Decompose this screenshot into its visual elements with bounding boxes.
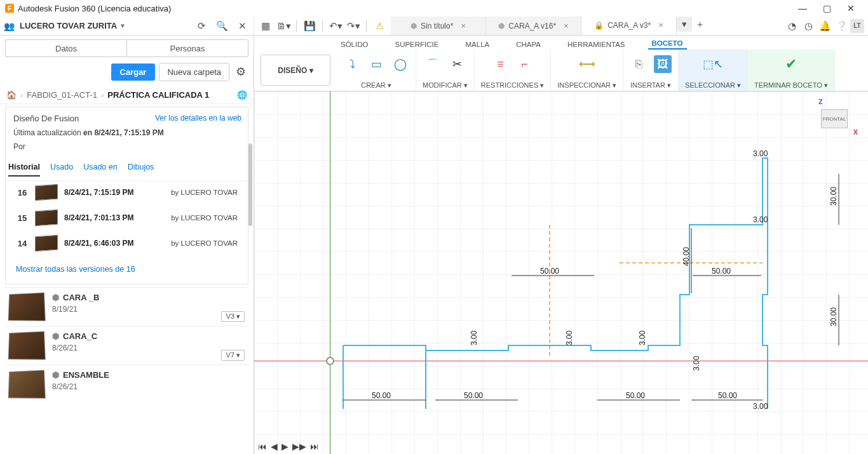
top-toolbar: 👥 LUCERO TOVAR ZURITA ▼ ⟳ 🔍 ✕ ▦ 🗎▾ 💾 ↶▾ …	[0, 17, 868, 36]
refresh-icon[interactable]: ⟳	[194, 18, 209, 34]
app-logo: F	[5, 4, 14, 13]
line-icon[interactable]: ⤵	[343, 55, 361, 73]
component-icon: ⬢	[52, 370, 59, 380]
measure-icon[interactable]: ⟷	[578, 55, 596, 73]
history-item[interactable]: 15 8/24/21, 7:01:13 PMby LUCERO TOVAR	[13, 205, 240, 230]
image-icon[interactable]: 🖼	[654, 55, 672, 73]
nav-play-icon[interactable]: ▶	[281, 441, 288, 451]
last-update: Última actualización en 8/24/21, 7:15:19…	[13, 128, 240, 137]
upload-button[interactable]: Cargar	[111, 63, 156, 81]
group-insert: ⎘ 🖼 INSERTAR ▾	[623, 50, 679, 91]
file-item-ensamble[interactable]: ⬢ENSAMBLE 8/26/21	[5, 364, 248, 403]
window-minimize[interactable]: —	[790, 0, 815, 17]
tab-used-in[interactable]: Usado en	[83, 163, 118, 177]
close-icon[interactable]: ×	[658, 20, 663, 30]
trim-icon[interactable]: ✂	[448, 55, 466, 73]
user-avatar[interactable]: LT	[850, 19, 864, 33]
version-dropdown[interactable]: V7 ▾	[221, 350, 245, 361]
viewport[interactable]: 50.00 50.00 50.00 50.00 50.00 50.00 3.00…	[254, 91, 868, 454]
svg-text:30.00: 30.00	[829, 307, 838, 326]
tab-sheet[interactable]: CHAPA	[512, 39, 545, 50]
tab-history[interactable]: Historial	[8, 163, 40, 177]
doc-tab-untitled[interactable]: ⬢ Sin título* ×	[391, 17, 486, 35]
tab-sketch[interactable]: BOCETO	[648, 38, 687, 50]
close-panel-icon[interactable]: ✕	[234, 18, 250, 34]
component-icon: ⬢	[52, 331, 59, 341]
close-icon[interactable]: ×	[564, 21, 569, 30]
new-tab-icon[interactable]: ＋	[692, 17, 707, 32]
coincident-icon[interactable]: ⌐	[516, 55, 534, 73]
separator	[366, 20, 367, 32]
web-icon[interactable]: 🌐	[237, 90, 247, 100]
home-icon[interactable]: 🏠	[6, 90, 17, 100]
viewcube[interactable]: Z FRONTAL X	[816, 98, 857, 138]
warning-icon[interactable]: ⚠	[372, 18, 387, 34]
breadcrumb-folder[interactable]: PRÁCTICA CALIFICADA 1	[107, 90, 209, 100]
breadcrumb-project[interactable]: FABDIG_01-ACT-1	[27, 90, 97, 100]
help-icon[interactable]: ❔	[834, 18, 849, 34]
gear-icon[interactable]: ⚙	[233, 62, 248, 81]
new-folder-button[interactable]: Nueva carpeta	[159, 63, 229, 81]
show-all-versions-link[interactable]: Mostrar todas las versiones de 16	[8, 258, 240, 280]
data-panel: Datos Personas Cargar Nueva carpeta ⚙ 🏠 …	[0, 36, 254, 454]
canvas-area: SÓLIDO SUPERFICIE MALLA CHAPA HERRAMIENT…	[254, 36, 868, 454]
horizontal-icon[interactable]: ≡	[492, 55, 510, 73]
workspace-menu[interactable]: DISEÑO ▾	[261, 55, 330, 86]
tab-surface[interactable]: SUPERFICIE	[391, 39, 442, 50]
tab-mesh[interactable]: MALLA	[461, 39, 493, 50]
cube-icon: ⬢	[498, 22, 505, 30]
tab-more-icon[interactable]: ▾	[677, 17, 692, 32]
lock-icon: 🔒	[594, 21, 604, 30]
nav-last-icon[interactable]: ⏭	[310, 441, 319, 451]
file-item-cara-b[interactable]: ⬢CARA _B 8/19/21 V3 ▾	[5, 287, 248, 326]
save-icon[interactable]: 💾	[302, 18, 317, 34]
window-maximize[interactable]: ▢	[815, 0, 839, 17]
separator	[322, 20, 323, 32]
timeline-nav: ⏮ ◀ ▶ ▶▶ ⏭	[258, 441, 319, 451]
history-item[interactable]: 14 8/24/21, 6:46:03 PMby LUCERO TOVAR	[13, 230, 240, 256]
separator	[296, 20, 297, 32]
history-item[interactable]: 16 8/24/21, 7:15:19 PMby LUCERO TOVAR	[13, 180, 240, 205]
notifications-icon[interactable]: 🔔	[817, 18, 832, 34]
window-close[interactable]: ✕	[839, 0, 863, 17]
tab-used[interactable]: Usado	[50, 163, 73, 177]
circle-icon[interactable]: ◯	[391, 55, 409, 73]
undo-icon[interactable]: ↶▾	[328, 18, 343, 34]
tab-data[interactable]: Datos	[5, 39, 126, 57]
tab-tools[interactable]: HERRAMIENTAS	[564, 39, 629, 50]
file-list: ⬢CARA _B 8/19/21 V3 ▾ ⬢CARA_C 8/26/21 V7…	[0, 284, 254, 406]
nav-next-icon[interactable]: ▶▶	[292, 441, 306, 451]
version-dropdown[interactable]: V3 ▾	[221, 311, 245, 322]
nav-first-icon[interactable]: ⏮	[258, 441, 267, 451]
tab-drawings[interactable]: Dibujos	[128, 163, 154, 177]
job-status-icon[interactable]: ◷	[801, 18, 816, 34]
viewcube-face[interactable]: FRONTAL	[821, 109, 848, 128]
doc-tab-cara-a-v3[interactable]: 🔒 CARA_A v3* ×	[581, 17, 677, 35]
nav-prev-icon[interactable]: ◀	[271, 441, 278, 451]
grid-icon[interactable]: ▦	[258, 18, 273, 34]
rectangle-icon[interactable]: ▭	[367, 55, 385, 73]
svg-text:50.00: 50.00	[626, 391, 645, 400]
select-icon[interactable]: ⬚↖	[704, 55, 722, 73]
svg-text:3.00: 3.00	[692, 356, 701, 371]
doc-tab-cara-a-v16[interactable]: ⬢ CARA_A v16* ×	[486, 17, 581, 35]
titlebar: F Autodesk Fusion 360 (Licencia educativ…	[0, 0, 868, 17]
svg-text:50.00: 50.00	[712, 267, 731, 276]
search-icon[interactable]: 🔍	[214, 18, 229, 34]
tab-people[interactable]: Personas	[126, 39, 248, 57]
tab-solid[interactable]: SÓLIDO	[337, 39, 372, 50]
team-name-dropdown[interactable]: LUCERO TOVAR ZURITA ▼	[20, 21, 126, 30]
scrollbar[interactable]	[248, 144, 252, 226]
view-on-web-link[interactable]: Ver los detalles en la web	[155, 114, 241, 123]
close-icon[interactable]: ×	[461, 21, 466, 30]
svg-text:3.00: 3.00	[470, 330, 478, 345]
redo-icon[interactable]: ↷▾	[346, 18, 361, 34]
derive-icon[interactable]: ⎘	[630, 55, 648, 73]
group-finish: ✔ TERMINAR BOCETO ▾	[748, 50, 835, 91]
extensions-icon[interactable]: ◔	[784, 18, 799, 34]
file-menu-icon[interactable]: 🗎▾	[276, 18, 291, 34]
file-item-cara-c[interactable]: ⬢CARA_C 8/26/21 V7 ▾	[5, 326, 248, 364]
fillet-icon[interactable]: ⌒	[424, 55, 442, 73]
team-icon[interactable]: 👥	[4, 21, 15, 31]
check-icon[interactable]: ✔	[782, 55, 800, 73]
